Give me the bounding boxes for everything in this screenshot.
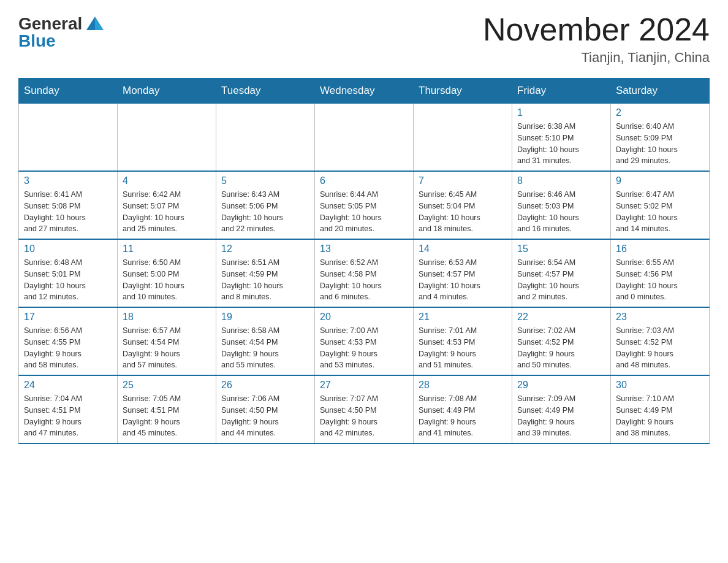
day-info: Sunrise: 7:03 AMSunset: 4:52 PMDaylight:… [616, 325, 704, 371]
calendar-day-cell: 1Sunrise: 6:38 AMSunset: 5:10 PMDaylight… [512, 104, 611, 172]
day-info: Sunrise: 6:57 AMSunset: 4:54 PMDaylight:… [123, 325, 211, 371]
calendar-day-cell: 11Sunrise: 6:50 AMSunset: 5:00 PMDayligh… [118, 239, 216, 307]
calendar-day-cell [315, 104, 414, 172]
calendar-day-cell: 19Sunrise: 6:58 AMSunset: 4:54 PMDayligh… [216, 307, 315, 375]
calendar-day-cell: 21Sunrise: 7:01 AMSunset: 4:53 PMDayligh… [414, 307, 512, 375]
calendar-day-header: Friday [512, 79, 611, 104]
day-number: 1 [517, 107, 605, 118]
day-number: 18 [123, 312, 211, 323]
calendar-week-row: 10Sunrise: 6:48 AMSunset: 5:01 PMDayligh… [19, 239, 710, 307]
calendar-day-cell: 30Sunrise: 7:10 AMSunset: 4:49 PMDayligh… [611, 375, 710, 443]
day-info: Sunrise: 7:04 AMSunset: 4:51 PMDaylight:… [24, 393, 112, 439]
day-number: 15 [517, 243, 605, 255]
day-number: 29 [517, 380, 605, 391]
day-number: 23 [616, 312, 704, 323]
day-info: Sunrise: 6:46 AMSunset: 5:03 PMDaylight:… [517, 189, 605, 235]
day-number: 24 [24, 380, 112, 391]
logo-blue-text: Blue [18, 33, 56, 50]
logo-triangle-right [95, 17, 104, 30]
day-info: Sunrise: 6:56 AMSunset: 4:55 PMDaylight:… [24, 325, 112, 371]
day-info: Sunrise: 7:01 AMSunset: 4:53 PMDaylight:… [419, 325, 507, 371]
calendar-week-row: 24Sunrise: 7:04 AMSunset: 4:51 PMDayligh… [19, 375, 710, 443]
calendar-day-cell: 2Sunrise: 6:40 AMSunset: 5:09 PMDaylight… [611, 104, 710, 172]
day-info: Sunrise: 7:08 AMSunset: 4:49 PMDaylight:… [419, 393, 507, 439]
day-info: Sunrise: 6:48 AMSunset: 5:01 PMDaylight:… [24, 257, 112, 303]
day-info: Sunrise: 6:45 AMSunset: 5:04 PMDaylight:… [419, 189, 507, 235]
calendar-day-cell: 4Sunrise: 6:42 AMSunset: 5:07 PMDaylight… [118, 171, 216, 239]
calendar-table: SundayMondayTuesdayWednesdayThursdayFrid… [18, 78, 710, 444]
calendar-day-cell [216, 104, 315, 172]
day-number: 20 [320, 312, 408, 323]
day-info: Sunrise: 6:52 AMSunset: 4:58 PMDaylight:… [320, 257, 408, 303]
day-info: Sunrise: 6:41 AMSunset: 5:08 PMDaylight:… [24, 189, 112, 235]
day-number: 10 [24, 243, 112, 255]
day-number: 5 [221, 175, 309, 186]
day-info: Sunrise: 6:50 AMSunset: 5:00 PMDaylight:… [123, 257, 211, 303]
calendar-day-header: Thursday [414, 79, 512, 104]
page-header: General Blue November 2024 Tianjin, Tian… [18, 12, 710, 66]
calendar-day-cell: 15Sunrise: 6:54 AMSunset: 4:57 PMDayligh… [512, 239, 611, 307]
logo: General Blue [18, 12, 104, 50]
calendar-day-cell: 12Sunrise: 6:51 AMSunset: 4:59 PMDayligh… [216, 239, 315, 307]
day-number: 6 [320, 175, 408, 186]
calendar-day-cell: 26Sunrise: 7:06 AMSunset: 4:50 PMDayligh… [216, 375, 315, 443]
day-info: Sunrise: 6:44 AMSunset: 5:05 PMDaylight:… [320, 189, 408, 235]
calendar-day-cell: 10Sunrise: 6:48 AMSunset: 5:01 PMDayligh… [19, 239, 118, 307]
calendar-day-cell: 20Sunrise: 7:00 AMSunset: 4:53 PMDayligh… [315, 307, 414, 375]
calendar-month-title: November 2024 [483, 12, 710, 47]
day-number: 19 [221, 312, 309, 323]
logo-general-text: General [18, 15, 82, 33]
day-number: 4 [123, 175, 211, 186]
day-info: Sunrise: 7:02 AMSunset: 4:52 PMDaylight:… [517, 325, 605, 371]
day-number: 7 [419, 175, 507, 186]
day-info: Sunrise: 6:47 AMSunset: 5:02 PMDaylight:… [616, 189, 704, 235]
calendar-header-row: SundayMondayTuesdayWednesdayThursdayFrid… [19, 79, 710, 104]
calendar-day-cell: 18Sunrise: 6:57 AMSunset: 4:54 PMDayligh… [118, 307, 216, 375]
calendar-day-header: Saturday [611, 79, 710, 104]
day-number: 27 [320, 380, 408, 391]
calendar-day-cell: 27Sunrise: 7:07 AMSunset: 4:50 PMDayligh… [315, 375, 414, 443]
day-info: Sunrise: 6:43 AMSunset: 5:06 PMDaylight:… [221, 189, 309, 235]
day-number: 28 [419, 380, 507, 391]
calendar-day-cell: 24Sunrise: 7:04 AMSunset: 4:51 PMDayligh… [19, 375, 118, 443]
day-number: 22 [517, 312, 605, 323]
day-number: 25 [123, 380, 211, 391]
calendar-location: Tianjin, Tianjin, China [483, 50, 710, 66]
calendar-title-area: November 2024 Tianjin, Tianjin, China [483, 12, 710, 66]
calendar-day-cell: 29Sunrise: 7:09 AMSunset: 4:49 PMDayligh… [512, 375, 611, 443]
day-number: 3 [24, 175, 112, 186]
day-info: Sunrise: 6:51 AMSunset: 4:59 PMDaylight:… [221, 257, 309, 303]
day-info: Sunrise: 7:09 AMSunset: 4:49 PMDaylight:… [517, 393, 605, 439]
calendar-day-header: Monday [118, 79, 216, 104]
day-info: Sunrise: 7:05 AMSunset: 4:51 PMDaylight:… [123, 393, 211, 439]
calendar-day-cell: 23Sunrise: 7:03 AMSunset: 4:52 PMDayligh… [611, 307, 710, 375]
day-number: 21 [419, 312, 507, 323]
day-number: 26 [221, 380, 309, 391]
day-info: Sunrise: 6:42 AMSunset: 5:07 PMDaylight:… [123, 189, 211, 235]
day-number: 30 [616, 380, 704, 391]
calendar-day-cell [118, 104, 216, 172]
calendar-day-cell: 13Sunrise: 6:52 AMSunset: 4:58 PMDayligh… [315, 239, 414, 307]
day-number: 2 [616, 107, 704, 118]
calendar-day-cell: 25Sunrise: 7:05 AMSunset: 4:51 PMDayligh… [118, 375, 216, 443]
day-number: 17 [24, 312, 112, 323]
calendar-week-row: 17Sunrise: 6:56 AMSunset: 4:55 PMDayligh… [19, 307, 710, 375]
day-info: Sunrise: 6:58 AMSunset: 4:54 PMDaylight:… [221, 325, 309, 371]
calendar-day-cell: 17Sunrise: 6:56 AMSunset: 4:55 PMDayligh… [19, 307, 118, 375]
calendar-day-cell: 16Sunrise: 6:55 AMSunset: 4:56 PMDayligh… [611, 239, 710, 307]
day-number: 14 [419, 243, 507, 255]
calendar-day-header: Tuesday [216, 79, 315, 104]
logo-triangle-left [86, 17, 95, 30]
day-info: Sunrise: 6:55 AMSunset: 4:56 PMDaylight:… [616, 257, 704, 303]
day-number: 11 [123, 243, 211, 255]
calendar-day-cell [414, 104, 512, 172]
calendar-day-cell: 8Sunrise: 6:46 AMSunset: 5:03 PMDaylight… [512, 171, 611, 239]
calendar-day-cell: 6Sunrise: 6:44 AMSunset: 5:05 PMDaylight… [315, 171, 414, 239]
day-number: 9 [616, 175, 704, 186]
calendar-day-cell [19, 104, 118, 172]
calendar-day-cell: 5Sunrise: 6:43 AMSunset: 5:06 PMDaylight… [216, 171, 315, 239]
day-info: Sunrise: 7:00 AMSunset: 4:53 PMDaylight:… [320, 325, 408, 371]
day-info: Sunrise: 7:06 AMSunset: 4:50 PMDaylight:… [221, 393, 309, 439]
day-info: Sunrise: 6:40 AMSunset: 5:09 PMDaylight:… [616, 121, 704, 167]
day-number: 12 [221, 243, 309, 255]
